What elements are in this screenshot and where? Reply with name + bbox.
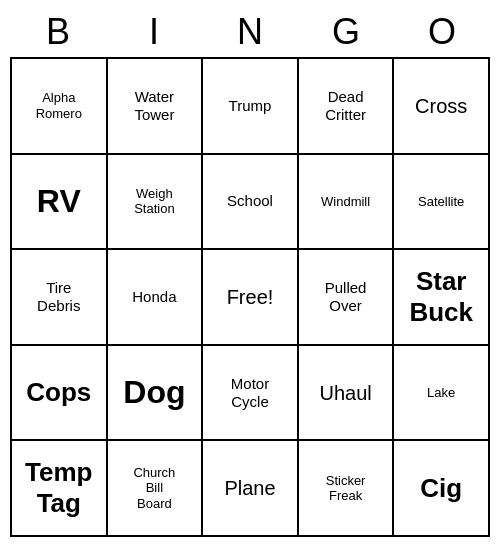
bingo-cell-r0-c2: Trump xyxy=(203,59,299,155)
bingo-cell-text-r1-c1: Weigh Station xyxy=(134,186,174,217)
header-letter-n: N xyxy=(202,7,298,57)
bingo-cell-r0-c3: Dead Critter xyxy=(299,59,395,155)
bingo-cell-r2-c3: Pulled Over xyxy=(299,250,395,346)
bingo-cell-text-r0-c4: Cross xyxy=(415,94,467,118)
header-letter-o: O xyxy=(394,7,490,57)
bingo-cell-text-r1-c0: RV xyxy=(37,182,81,220)
bingo-cell-r0-c1: Water Tower xyxy=(108,59,204,155)
bingo-cell-r2-c2: Free! xyxy=(203,250,299,346)
bingo-cell-text-r2-c2: Free! xyxy=(227,285,274,309)
bingo-cell-r2-c0: Tire Debris xyxy=(12,250,108,346)
bingo-cell-r2-c4: Star Buck xyxy=(394,250,490,346)
bingo-cell-r3-c2: Motor Cycle xyxy=(203,346,299,442)
bingo-cell-text-r2-c0: Tire Debris xyxy=(37,279,80,315)
bingo-cell-text-r1-c3: Windmill xyxy=(321,194,370,210)
bingo-card: BINGO Alpha RomeroWater TowerTrumpDead C… xyxy=(10,7,490,537)
bingo-cell-text-r1-c4: Satellite xyxy=(418,194,464,210)
bingo-cell-r3-c0: Cops xyxy=(12,346,108,442)
bingo-cell-r1-c0: RV xyxy=(12,155,108,251)
bingo-cell-text-r4-c1: Church Bill Board xyxy=(133,465,175,512)
bingo-cell-r4-c4: Cig xyxy=(394,441,490,537)
bingo-cell-r1-c1: Weigh Station xyxy=(108,155,204,251)
bingo-header: BINGO xyxy=(10,7,490,57)
header-letter-i: I xyxy=(106,7,202,57)
bingo-cell-text-r4-c4: Cig xyxy=(420,473,462,504)
bingo-cell-text-r2-c3: Pulled Over xyxy=(325,279,367,315)
bingo-cell-text-r4-c0: Temp Tag xyxy=(25,457,92,519)
bingo-cell-r3-c4: Lake xyxy=(394,346,490,442)
bingo-cell-text-r3-c0: Cops xyxy=(26,377,91,408)
bingo-cell-text-r3-c3: Uhaul xyxy=(319,381,371,405)
bingo-cell-text-r0-c1: Water Tower xyxy=(134,88,174,124)
bingo-cell-text-r0-c0: Alpha Romero xyxy=(36,90,82,121)
bingo-cell-r0-c4: Cross xyxy=(394,59,490,155)
bingo-cell-r4-c2: Plane xyxy=(203,441,299,537)
bingo-cell-text-r3-c1: Dog xyxy=(123,373,185,411)
bingo-cell-r2-c1: Honda xyxy=(108,250,204,346)
bingo-cell-r3-c3: Uhaul xyxy=(299,346,395,442)
bingo-cell-text-r0-c2: Trump xyxy=(229,97,272,115)
header-letter-g: G xyxy=(298,7,394,57)
bingo-cell-text-r3-c4: Lake xyxy=(427,385,455,401)
bingo-cell-text-r0-c3: Dead Critter xyxy=(325,88,366,124)
bingo-cell-r1-c2: School xyxy=(203,155,299,251)
bingo-cell-r4-c0: Temp Tag xyxy=(12,441,108,537)
bingo-cell-text-r3-c2: Motor Cycle xyxy=(231,375,269,411)
bingo-cell-r0-c0: Alpha Romero xyxy=(12,59,108,155)
bingo-cell-r4-c3: Sticker Freak xyxy=(299,441,395,537)
bingo-grid: Alpha RomeroWater TowerTrumpDead Critter… xyxy=(10,57,490,537)
bingo-cell-text-r4-c2: Plane xyxy=(224,476,275,500)
bingo-cell-text-r2-c1: Honda xyxy=(132,288,176,306)
bingo-cell-r1-c3: Windmill xyxy=(299,155,395,251)
bingo-cell-text-r4-c3: Sticker Freak xyxy=(326,473,366,504)
bingo-cell-r4-c1: Church Bill Board xyxy=(108,441,204,537)
bingo-cell-r3-c1: Dog xyxy=(108,346,204,442)
bingo-cell-text-r2-c4: Star Buck xyxy=(409,266,473,328)
header-letter-b: B xyxy=(10,7,106,57)
bingo-cell-text-r1-c2: School xyxy=(227,192,273,210)
bingo-cell-r1-c4: Satellite xyxy=(394,155,490,251)
